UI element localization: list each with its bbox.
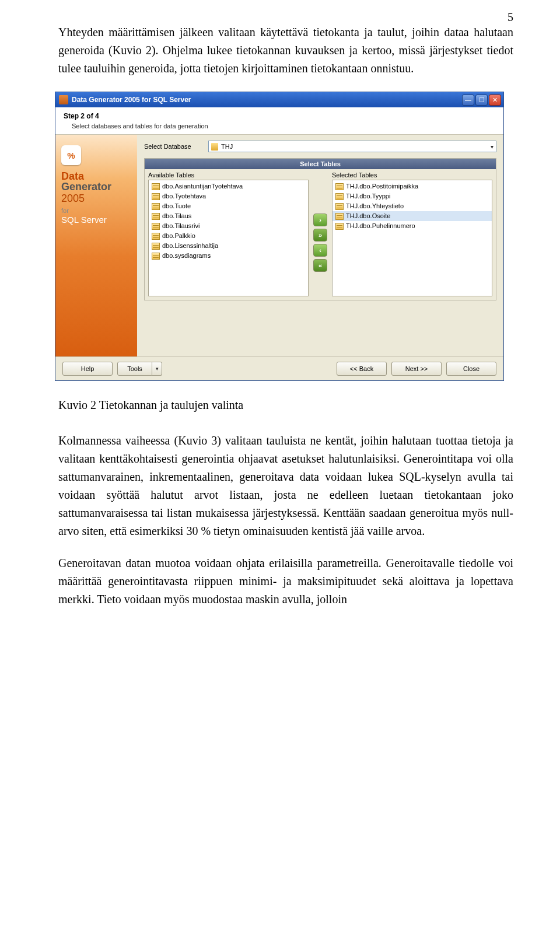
table-icon (152, 193, 160, 200)
list-item-label: THJ.dbo.Postitoimipaikka (346, 182, 418, 191)
minimize-button[interactable]: — (462, 95, 474, 106)
list-item-label: dbo.AsiantuntijanTyotehtava (162, 182, 243, 191)
help-button[interactable]: Help (62, 362, 113, 376)
brand-word-data: Data (61, 171, 131, 181)
maximize-button[interactable]: ☐ (475, 95, 488, 106)
table-icon (152, 213, 160, 220)
move-left-button[interactable]: ‹ (313, 244, 327, 257)
list-item-label: dbo.Tuote (162, 202, 191, 211)
table-icon (152, 183, 160, 190)
figure-caption: Kuvio 2 Tietokannan ja taulujen valinta (58, 398, 513, 412)
list-item-label: dbo.Tilausrivi (162, 222, 200, 230)
database-dropdown-value: THJ (221, 143, 233, 150)
tools-dropdown-button[interactable]: ▾ (152, 362, 162, 376)
close-button[interactable]: Close (446, 362, 496, 376)
list-item[interactable]: dbo.Tilaus (149, 211, 308, 221)
brand-sqlserver: SQL Server (61, 215, 131, 225)
move-all-right-button[interactable]: » (313, 229, 327, 242)
table-icon (152, 243, 160, 250)
brand-for: for (61, 207, 131, 214)
list-item[interactable]: THJ.dbo.Yhteystieto (332, 201, 492, 211)
list-item-label: THJ.dbo.Osoite (346, 212, 390, 221)
list-item[interactable]: dbo.Tyotehtava (149, 191, 308, 201)
list-item-label: dbo.Lisenssinhaltija (162, 242, 218, 250)
list-item-label: THJ.dbo.Tyyppi (346, 192, 390, 201)
table-icon (152, 233, 160, 240)
brand-word-generator: Generator (61, 181, 131, 192)
list-item[interactable]: THJ.dbo.Osoite (332, 211, 492, 221)
step-title: Step 2 of 4 (64, 112, 495, 120)
available-tables-listbox[interactable]: dbo.AsiantuntijanTyotehtavadbo.Tyotehtav… (148, 180, 309, 296)
close-window-button[interactable]: ✕ (489, 95, 501, 106)
move-right-button[interactable]: › (313, 214, 327, 226)
list-item-label: THJ.dbo.Puhelinnumero (346, 222, 415, 230)
table-icon (335, 183, 344, 190)
move-all-left-button[interactable]: « (313, 259, 327, 272)
list-item-label: THJ.dbo.Yhteystieto (346, 202, 404, 211)
selected-tables-listbox[interactable]: THJ.dbo.PostitoimipaikkaTHJ.dbo.TyyppiTH… (332, 180, 492, 296)
app-window: Data Generator 2005 for SQL Server — ☐ ✕… (55, 92, 504, 381)
app-icon (59, 95, 68, 104)
paragraph-2: Kolmannessa vaiheessa (Kuvio 3) valitaan… (58, 432, 513, 540)
list-item[interactable]: dbo.AsiantuntijanTyotehtava (149, 181, 308, 191)
tools-button[interactable]: Tools (117, 362, 152, 376)
dropdown-arrow-icon: ▾ (491, 144, 494, 150)
paragraph-1: Yhteyden määrittämisen jälkeen valitaan … (58, 23, 513, 78)
list-item[interactable]: THJ.dbo.Tyyppi (332, 191, 492, 201)
table-icon (335, 193, 344, 200)
table-icon (335, 223, 344, 230)
back-button[interactable]: << Back (337, 362, 387, 376)
list-item-label: dbo.Tyotehtava (162, 192, 206, 201)
table-icon (335, 213, 344, 220)
selected-tables-label: Selected Tables (332, 172, 492, 179)
database-dropdown[interactable]: THJ ▾ (208, 141, 496, 152)
list-item[interactable]: dbo.Tuote (149, 201, 308, 211)
list-item-label: dbo.Tilaus (162, 212, 191, 221)
available-tables-label: Available Tables (148, 172, 309, 179)
window-title: Data Generator 2005 for SQL Server (72, 96, 462, 104)
list-item[interactable]: dbo.sysdiagrams (149, 251, 308, 261)
next-button[interactable]: Next >> (391, 362, 442, 376)
window-titlebar: Data Generator 2005 for SQL Server — ☐ ✕ (55, 92, 503, 107)
wizard-sidebar: % Data Generator 2005 for SQL Server (55, 135, 137, 356)
list-item[interactable]: dbo.Tilausrivi (149, 221, 308, 231)
table-icon (152, 223, 160, 230)
page-number: 5 (508, 11, 513, 24)
step-subtitle: Select databases and tables for data gen… (72, 123, 495, 130)
list-item[interactable]: THJ.dbo.Postitoimipaikka (332, 181, 492, 191)
table-icon (152, 253, 160, 260)
list-item[interactable]: dbo.Palkkio (149, 231, 308, 241)
brand-year: 2005 (61, 193, 131, 205)
table-icon (152, 203, 160, 210)
list-item[interactable]: dbo.Lisenssinhaltija (149, 241, 308, 251)
list-item-label: dbo.sysdiagrams (162, 251, 211, 260)
select-database-label: Select Database (144, 143, 202, 150)
database-icon (211, 143, 218, 151)
list-item[interactable]: THJ.dbo.Puhelinnumero (332, 221, 492, 231)
select-tables-header: Select Tables (145, 159, 496, 169)
paragraph-3: Generoitavan datan muotoa voidaan ohjata… (58, 554, 513, 608)
list-item-label: dbo.Palkkio (162, 232, 195, 240)
percent-icon: % (61, 145, 81, 165)
table-icon (335, 203, 344, 210)
main-panel: Select Database THJ ▾ Select Tables (137, 135, 503, 356)
